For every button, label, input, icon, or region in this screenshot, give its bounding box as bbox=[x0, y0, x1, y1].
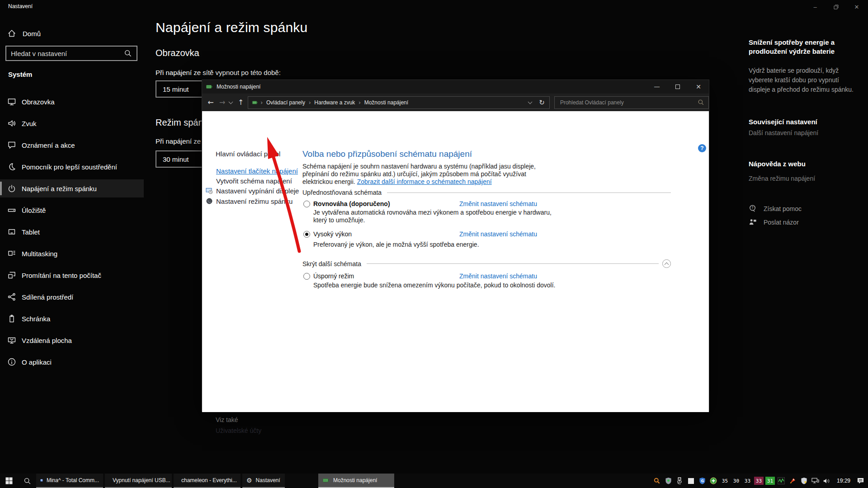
collapse-chevron-button[interactable] bbox=[662, 259, 671, 268]
restore-button[interactable] bbox=[826, 0, 846, 14]
close-button[interactable]: ✕ bbox=[688, 80, 709, 94]
address-bar[interactable]: › Ovládací panely › Hardware a zvuk › Mo… bbox=[248, 96, 550, 109]
info-icon bbox=[7, 357, 16, 366]
sidebar-item-label: Vzdálená plocha bbox=[22, 337, 72, 344]
user-accounts-link[interactable]: Uživatelské účty bbox=[216, 427, 261, 434]
sidebar-item-sound[interactable]: Zvuk bbox=[0, 114, 144, 132]
balanced-radio[interactable] bbox=[303, 201, 310, 207]
close-button[interactable]: ✕ bbox=[846, 0, 867, 14]
sidebar-item-label: Sdílená prostředí bbox=[22, 293, 73, 301]
sidebar-item-remote-desktop[interactable]: Vzdálená plocha bbox=[0, 331, 144, 349]
back-button[interactable]: ← bbox=[205, 98, 217, 107]
history-dropdown-icon[interactable] bbox=[228, 99, 233, 104]
taskbar-button-browser[interactable]: Vypnutí napájení USB... bbox=[105, 474, 172, 488]
defender-warning-icon[interactable] bbox=[799, 476, 809, 486]
sleep-settings-icon bbox=[206, 197, 213, 205]
sidebar-item-label: Tablet bbox=[22, 228, 40, 236]
settings-search-input[interactable] bbox=[6, 50, 124, 57]
change-plan-settings-link[interactable]: Změnit nastavení schématu bbox=[459, 272, 537, 280]
settings-search-box[interactable] bbox=[5, 46, 137, 61]
sidebar-item-display[interactable]: Obrazovka bbox=[0, 93, 144, 111]
antivirus-shield-icon[interactable] bbox=[664, 476, 673, 486]
sidebar-item-home[interactable]: Domů bbox=[0, 25, 144, 42]
temp-badge-green[interactable]: 31 bbox=[765, 477, 775, 485]
temp-badge[interactable]: 30 bbox=[731, 477, 741, 485]
battery-icon bbox=[322, 477, 330, 484]
taskbar-search-button[interactable] bbox=[18, 474, 36, 488]
feedback-row[interactable]: Poslat názor bbox=[749, 218, 799, 226]
breadcrumb-separator: › bbox=[306, 99, 313, 106]
sidebar-item-storage[interactable]: Úložiště bbox=[0, 201, 144, 219]
taskbar-button-everything[interactable]: chameleon - Everythi... bbox=[174, 474, 241, 488]
volume-icon[interactable] bbox=[822, 476, 831, 486]
more-info-link[interactable]: Zobrazit další informace o schématech na… bbox=[357, 178, 492, 185]
related-settings-link[interactable]: Další nastavení napájení bbox=[749, 129, 862, 136]
taskbar-button-settings[interactable]: ⚙ Nastavení bbox=[242, 474, 285, 488]
temp-badge-red[interactable]: 33 bbox=[754, 477, 764, 485]
tip-heading: Snížení spotřeby energie a prodloužení v… bbox=[749, 38, 847, 56]
power-buttons-settings-link[interactable]: Nastavení tlačítek napájení bbox=[216, 167, 298, 175]
taskbar-button-total-commander[interactable]: 64 Mina^ - Total Comm... bbox=[36, 474, 103, 488]
help-icon[interactable]: ? bbox=[698, 144, 706, 152]
create-power-plan-link[interactable]: Vytvořit schéma napájení bbox=[216, 177, 292, 185]
start-button[interactable] bbox=[0, 474, 18, 488]
forward-button[interactable]: → bbox=[217, 98, 228, 107]
power-saver-radio[interactable] bbox=[303, 273, 310, 280]
sidebar-item-label: Promítání na tento počítač bbox=[22, 272, 101, 279]
notification-center-icon[interactable] bbox=[856, 476, 865, 486]
sidebar-item-notifications[interactable]: Oznámení a akce bbox=[0, 136, 144, 154]
guard-shield-icon[interactable]: G bbox=[698, 476, 707, 486]
high-performance-radio[interactable] bbox=[303, 231, 310, 238]
sidebar-item-focus-assist[interactable]: Pomocník pro lepší soustředění bbox=[0, 158, 144, 176]
sleep-timeout-settings-link[interactable]: Nastavení režimu spánku bbox=[216, 197, 292, 205]
preferred-plans-group: Upřednostňovaná schémata bbox=[302, 189, 671, 196]
sidebar-item-projecting[interactable]: Promítání na tento počítač bbox=[0, 266, 144, 284]
taskbar-button-power-options[interactable]: Možnosti napájení bbox=[318, 474, 394, 488]
tablet-icon bbox=[7, 227, 16, 236]
everything-tray-icon[interactable] bbox=[652, 476, 662, 486]
sidebar-item-tablet[interactable]: Tablet bbox=[0, 223, 144, 241]
breadcrumb-control-panel[interactable]: Ovládací panely bbox=[265, 99, 306, 106]
change-plan-settings-link[interactable]: Změnit nastavení schématu bbox=[459, 230, 537, 238]
sidebar-item-about[interactable]: O aplikaci bbox=[0, 353, 144, 371]
activity-graph-icon[interactable] bbox=[777, 476, 786, 486]
power-options-titlebar[interactable]: Možnosti napájení — ✕ bbox=[202, 80, 709, 94]
sidebar-item-clipboard[interactable]: Schránka bbox=[0, 310, 144, 328]
up-button[interactable]: ↑ bbox=[235, 98, 247, 107]
maximize-button[interactable] bbox=[667, 80, 688, 94]
control-panel-home-link[interactable]: Hlavní ovládací panel bbox=[216, 150, 280, 158]
refresh-icon[interactable]: ↻ bbox=[534, 99, 549, 107]
usb-eject-icon[interactable] bbox=[675, 476, 684, 486]
sleep-timeout-label: Při napájení ze s bbox=[156, 137, 206, 145]
monitor-icon bbox=[7, 97, 16, 106]
address-dropdown-icon[interactable] bbox=[528, 99, 533, 104]
sidebar-item-power-sleep[interactable]: Napájení a režim spánku bbox=[0, 179, 144, 197]
sidebar-item-multitasking[interactable]: Multitasking bbox=[0, 244, 144, 263]
app-window-icon[interactable] bbox=[686, 476, 696, 486]
taskbar-clock[interactable]: 19:29 bbox=[833, 478, 854, 484]
balanced-plan-name: Rovnováha (doporučeno) bbox=[313, 200, 390, 207]
taskbar-button-label: Nastavení bbox=[256, 477, 280, 483]
navigation-toolbar: ← → ↑ › Ovládací panely › Hardware a zvu… bbox=[202, 94, 709, 111]
breadcrumb-separator: › bbox=[258, 99, 265, 106]
update-plus-icon[interactable] bbox=[709, 476, 718, 486]
control-panel-search-box[interactable] bbox=[554, 96, 709, 109]
breadcrumb-hardware-sound[interactable]: Hardware a zvuk bbox=[313, 99, 356, 106]
minimize-button[interactable]: — bbox=[646, 80, 667, 94]
speaker-icon bbox=[7, 119, 16, 128]
control-panel-search-input[interactable] bbox=[555, 99, 698, 106]
get-help-row[interactable]: ? Získat pomoc bbox=[749, 204, 802, 213]
web-help-link[interactable]: Změna režimu napájení bbox=[749, 175, 862, 182]
sidebar-item-shared-experiences[interactable]: Sdílená prostředí bbox=[0, 288, 144, 306]
breadcrumb-power-options[interactable]: Možnosti napájení bbox=[363, 99, 409, 106]
temp-badge[interactable]: 35 bbox=[720, 477, 730, 485]
sidebar-item-label: Schránka bbox=[22, 315, 50, 323]
change-plan-settings-link[interactable]: Změnit nastavení schématu bbox=[459, 200, 537, 207]
network-monitor-icon[interactable] bbox=[811, 476, 820, 486]
minimize-button[interactable]: – bbox=[805, 0, 826, 14]
display-timeout-settings-link[interactable]: Nastavení vypínání displeje bbox=[216, 187, 299, 195]
temp-badge[interactable]: 33 bbox=[743, 477, 752, 485]
display-off-settings-icon bbox=[206, 187, 213, 194]
power-icon bbox=[7, 184, 16, 193]
pin-rocket-icon[interactable] bbox=[788, 476, 797, 486]
